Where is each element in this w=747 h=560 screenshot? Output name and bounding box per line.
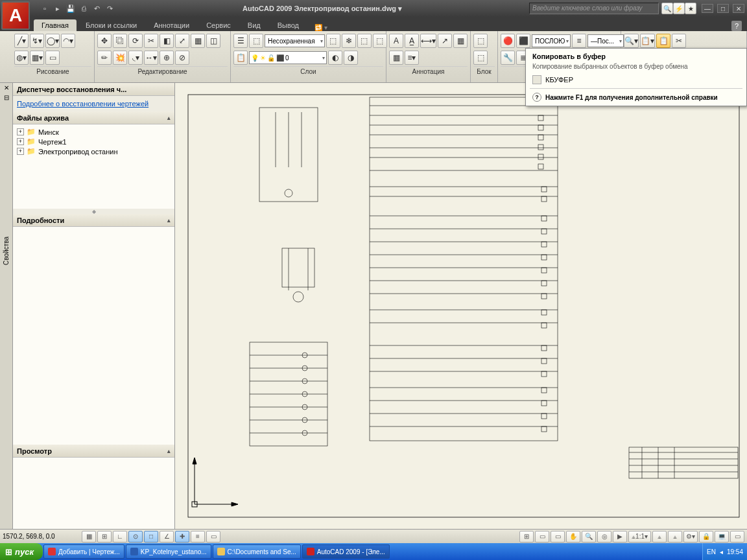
array-tool[interactable]: ▦ bbox=[191, 34, 205, 48]
palette-resizer[interactable]: ◆ bbox=[13, 209, 174, 214]
props-button[interactable]: 🔧 bbox=[501, 51, 515, 65]
mline-tool[interactable]: ≡▾ bbox=[405, 51, 419, 65]
color-button[interactable]: 🔴 bbox=[501, 34, 515, 48]
text-tool[interactable]: A bbox=[389, 34, 403, 48]
layer-state-combo[interactable]: Несохраненная bbox=[265, 34, 325, 47]
tab-annotations[interactable]: Аннотации bbox=[146, 19, 197, 31]
lwt-toggle[interactable]: ≡ bbox=[191, 531, 205, 542]
model-button[interactable]: ⊞ bbox=[519, 531, 534, 542]
tab-service[interactable]: Сервис bbox=[198, 19, 239, 31]
table-tool[interactable]: ▦ bbox=[453, 34, 468, 48]
fillet-tool[interactable]: ◟▾ bbox=[128, 51, 143, 65]
tree-node-minsk[interactable]: +📁Минск bbox=[17, 127, 171, 137]
quickview-button[interactable]: ▭ bbox=[551, 531, 565, 542]
palette-close-icon[interactable]: ✕ bbox=[3, 83, 10, 93]
trim-tool[interactable]: ✂ bbox=[144, 34, 158, 48]
copy-tool[interactable]: ⿻ bbox=[113, 34, 127, 48]
anno-vis-button[interactable]: ⟁ bbox=[652, 531, 667, 542]
tab-view[interactable]: Вид bbox=[240, 19, 268, 31]
properties-palette-tab[interactable]: Свойства bbox=[1, 233, 11, 269]
tree-node-elektro[interactable]: +📁Электропривод останин bbox=[17, 146, 171, 156]
grid-toggle[interactable]: ⊞ bbox=[97, 531, 112, 542]
layer-walk-button[interactable]: ◑ bbox=[344, 51, 358, 65]
app-menu-button[interactable]: A bbox=[1, 1, 30, 30]
lock-button[interactable]: 🔒 bbox=[699, 531, 713, 542]
mirror-tool[interactable]: ◧ bbox=[160, 34, 174, 48]
zoom-button[interactable]: 🔍 bbox=[582, 531, 596, 542]
rotate-tool[interactable]: ⟳ bbox=[128, 34, 143, 48]
preview-header[interactable]: Просмотр▴ bbox=[13, 445, 174, 458]
offset-tool[interactable]: ◫ bbox=[206, 34, 220, 48]
search-go-button[interactable]: 🔍 bbox=[661, 3, 673, 14]
layer-mgr-button[interactable]: 📋 bbox=[233, 51, 248, 65]
layer-states-button[interactable]: ⬚ bbox=[249, 34, 263, 48]
tab-blocks[interactable]: Блоки и ссылки bbox=[78, 19, 145, 31]
erase-tool[interactable]: ✏ bbox=[97, 51, 112, 65]
layer-iso-button[interactable]: ⬚ bbox=[326, 34, 340, 48]
color-picker[interactable]: ⬛ bbox=[516, 34, 530, 48]
favorites-icon[interactable]: ★ bbox=[685, 3, 696, 14]
layer-prop-button[interactable]: ☰ bbox=[233, 34, 248, 48]
lineweight-button[interactable]: ≡ bbox=[572, 34, 586, 48]
scale-tool[interactable]: ⤢ bbox=[175, 34, 189, 48]
qat-save-icon[interactable]: 💾 bbox=[65, 3, 77, 14]
anno-auto-button[interactable]: ⟁ bbox=[668, 531, 682, 542]
polar-toggle[interactable]: ⊙ bbox=[128, 531, 143, 542]
layout-button[interactable]: ▭ bbox=[535, 531, 549, 542]
archive-header[interactable]: Файлы архива▴ bbox=[13, 111, 174, 124]
steering-button[interactable]: ◎ bbox=[597, 531, 611, 542]
tab-output[interactable]: Вывод bbox=[270, 19, 307, 31]
block-create-button[interactable]: ⬚ bbox=[473, 51, 488, 65]
ribbon-expand-icon[interactable]: 🔁 ▾ bbox=[314, 24, 327, 31]
workspace-button[interactable]: ⚙▾ bbox=[683, 531, 698, 542]
tree-node-drawing1[interactable]: +📁Чертеж1 bbox=[17, 137, 171, 146]
close-button[interactable]: ✕ bbox=[733, 4, 744, 13]
minimize-button[interactable]: — bbox=[702, 4, 713, 13]
circle-tool[interactable]: ◯▾ bbox=[45, 34, 60, 48]
explode-tool[interactable]: 💥 bbox=[113, 51, 127, 65]
qat-open-icon[interactable]: ▸ bbox=[52, 3, 64, 14]
taskbar-lang[interactable]: EN bbox=[707, 548, 716, 555]
hatch-tool[interactable]: ▦▾ bbox=[30, 51, 44, 65]
taskbar-item-explorer[interactable]: C:\Documents and Se... bbox=[213, 544, 301, 559]
dyn-toggle[interactable]: ✚ bbox=[175, 531, 189, 542]
search-input[interactable]: Введите ключевое слово или фразу bbox=[529, 3, 659, 14]
arc-tool[interactable]: ◠▾ bbox=[61, 34, 75, 48]
table-insert-button[interactable]: ▦ bbox=[389, 51, 403, 65]
break-tool[interactable]: ⊘ bbox=[175, 51, 189, 65]
start-button[interactable]: ⊞пуск bbox=[0, 543, 43, 560]
mtext-tool[interactable]: A̲ bbox=[405, 34, 419, 48]
taskbar-item-yandex[interactable]: Добавить | Чертеж... bbox=[43, 544, 124, 559]
clipboard-copy-button[interactable]: 📋 bbox=[656, 34, 670, 48]
osnap-toggle[interactable]: □ bbox=[144, 531, 158, 542]
tab-home[interactable]: Главная bbox=[34, 19, 77, 31]
maximize-button[interactable]: □ bbox=[717, 4, 729, 13]
stretch-tool[interactable]: ↔▾ bbox=[144, 51, 158, 65]
layer-freeze-button[interactable]: ❄ bbox=[342, 34, 356, 48]
layer-prev-button[interactable]: ◐ bbox=[328, 51, 342, 65]
palette-pin-icon[interactable]: ⊟ bbox=[3, 93, 10, 102]
recovery-learn-more-link[interactable]: Подробнее о восстановлении чертежей bbox=[13, 96, 174, 111]
layer-combo[interactable]: 💡☀🔓⬛0 bbox=[249, 51, 327, 64]
taskbar-item-autocad[interactable]: AutoCAD 2009 - [Эле... bbox=[302, 544, 390, 559]
qat-print-icon[interactable]: ⎙ bbox=[78, 3, 89, 14]
anno-scale[interactable]: ⟁ 1:1 ▾ bbox=[628, 531, 651, 542]
layer-match-button[interactable]: ⬚ bbox=[373, 34, 387, 48]
taskbar-item-word[interactable]: KP_Kotelnye_ustano... bbox=[126, 544, 211, 559]
clean-button[interactable]: ▭ bbox=[730, 531, 744, 542]
showmotion-button[interactable]: ▶ bbox=[613, 531, 627, 542]
comm-center-icon[interactable]: ⚡ bbox=[673, 3, 685, 14]
linetype-combo[interactable]: — Пос... bbox=[587, 34, 624, 47]
rect-tool[interactable]: ▭ bbox=[45, 51, 60, 65]
zoom-tool[interactable]: 🔍▾ bbox=[624, 34, 639, 48]
line-tool[interactable]: ╱▾ bbox=[14, 34, 29, 48]
ortho-toggle[interactable]: ∟ bbox=[113, 531, 127, 542]
pan-button[interactable]: ✋ bbox=[566, 531, 580, 542]
qprop-toggle[interactable]: ▭ bbox=[206, 531, 220, 542]
polyline-tool[interactable]: ↯▾ bbox=[30, 34, 44, 48]
hardware-button[interactable]: 💻 bbox=[715, 531, 729, 542]
leader-tool[interactable]: ↗ bbox=[438, 34, 452, 48]
help-icon[interactable]: ? bbox=[731, 21, 742, 31]
layer-off-button[interactable]: ⬚ bbox=[357, 34, 372, 48]
qat-redo-icon[interactable]: ↷ bbox=[104, 3, 115, 14]
